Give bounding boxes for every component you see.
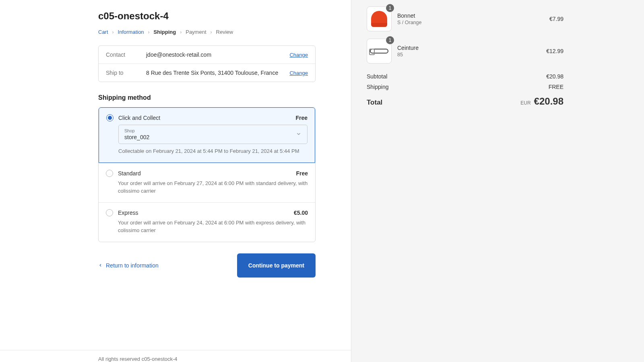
shipping-method-heading: Shipping method [98,94,316,101]
qty-badge: 1 [386,4,394,12]
breadcrumb-cart[interactable]: Cart [98,29,108,35]
cart-item: 1 Ceinture 85 €12.99 [367,39,564,64]
subtotal-value: €20.98 [546,73,564,80]
option-standard[interactable]: Standard Free Your order will arrive on … [99,163,315,202]
total-currency: EUR [520,100,530,106]
shipping-value: FREE [549,84,564,90]
shop-select-value: store_002 [124,134,149,140]
change-shipto-link[interactable]: Change [289,70,308,76]
shop-select[interactable]: Shop store_002 [118,125,308,144]
option-click-collect[interactable]: Click and Collect Free Shop store_002 Co… [99,107,315,163]
contact-shipto-box: Contact jdoe@onestock-retail.com Change … [98,45,316,82]
breadcrumb-information[interactable]: Information [118,29,144,35]
belt-icon [370,49,388,53]
option-price: €5.00 [294,210,308,216]
subtotal-row: Subtotal €20.98 [367,73,564,80]
shipping-row: Shipping FREE [367,84,564,90]
shipto-label: Ship to [106,70,140,76]
item-price: €7.99 [549,16,564,22]
breadcrumb-payment: Payment [186,29,206,35]
return-link[interactable]: Return to information [98,262,159,269]
breadcrumb: Cart › Information › Shipping › Payment … [98,29,316,35]
chevron-right-icon: › [112,29,114,35]
contact-value: jdoe@onestock-retail.com [146,51,283,58]
option-price: Free [295,115,308,121]
option-price: Free [296,170,308,177]
item-variant: 85 [397,52,541,58]
shipping-label: Shipping [367,84,389,90]
chevron-right-icon: › [180,29,182,35]
beanie-icon [371,11,387,27]
page-title: c05-onestock-4 [98,10,316,22]
footer: All rights reserved c05-onestock-4 [0,350,351,362]
contact-row: Contact jdoe@onestock-retail.com Change [99,46,315,64]
shipto-row: Ship to 8 Rue des Trente Six Ponts, 3140… [99,64,315,82]
option-title: Click and Collect [118,115,291,121]
continue-button[interactable]: Continue to payment [237,253,316,278]
chevron-down-icon [296,131,301,138]
item-name: Bonnet [397,12,544,19]
item-name: Ceinture [397,45,541,51]
option-desc: Your order will arrive on February 27, 2… [118,179,308,195]
contact-label: Contact [106,51,140,58]
change-contact-link[interactable]: Change [289,52,308,58]
breadcrumb-review: Review [216,29,233,35]
chevron-right-icon: › [211,29,212,35]
shop-select-label: Shop [124,128,149,133]
item-variant: S / Orange [397,20,544,25]
subtotal-label: Subtotal [367,73,387,80]
order-summary: 1 Bonnet S / Orange €7.99 1 Ceinture 85 … [351,0,644,362]
total-amount: €20.98 [534,96,564,107]
option-desc: Collectable on February 21, 2024 at 5:44… [118,147,308,155]
option-express[interactable]: Express €5.00 Your order will arrive on … [99,202,315,242]
item-price: €12.99 [546,48,564,54]
option-desc: Your order will arrive on February 24, 2… [118,219,308,234]
cart-item: 1 Bonnet S / Orange €7.99 [367,6,564,31]
return-link-label: Return to information [106,262,159,269]
product-thumbnail: 1 [367,6,392,31]
radio-standard[interactable] [106,170,113,177]
breadcrumb-shipping: Shipping [154,29,176,35]
option-title: Standard [118,170,291,177]
total-row: Total EUR €20.98 [367,96,564,107]
total-label: Total [367,99,382,107]
radio-click-collect[interactable] [106,114,114,121]
product-thumbnail: 1 [367,39,392,64]
shipto-value: 8 Rue des Trente Six Ponts, 31400 Toulou… [146,70,283,76]
shipping-options: Click and Collect Free Shop store_002 Co… [98,107,316,242]
chevron-left-icon [98,262,103,269]
chevron-right-icon: › [148,29,150,35]
radio-express[interactable] [106,209,113,216]
qty-badge: 1 [386,36,394,44]
option-title: Express [118,210,289,216]
footer-text: All rights reserved c05-onestock-4 [98,356,178,362]
